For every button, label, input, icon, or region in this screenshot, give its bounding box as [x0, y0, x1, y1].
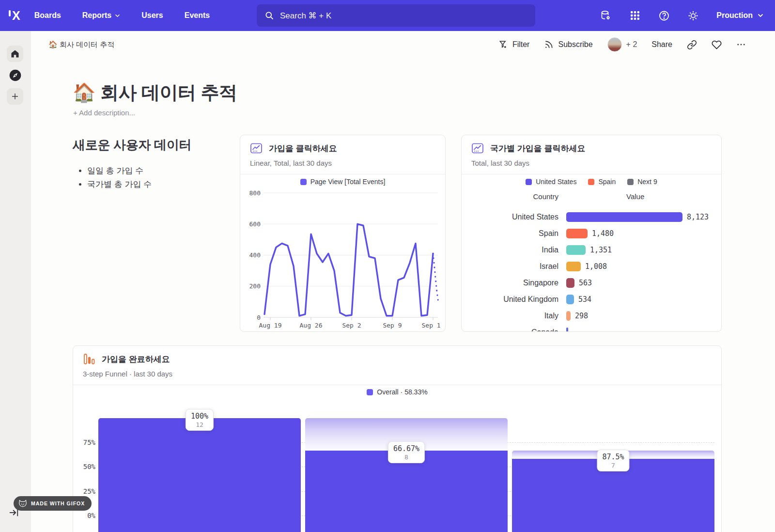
- plus-icon: [11, 92, 19, 101]
- subscribe-button[interactable]: Subscribe: [544, 40, 592, 49]
- nav-item-boards[interactable]: Boards: [34, 11, 61, 20]
- value-column-header: Value: [626, 192, 644, 201]
- country-value: 1,008: [585, 262, 607, 271]
- insights-report-icon: [471, 142, 484, 155]
- funnel-chart-card[interactable]: 가입을 완료하세요 3-step Funnel · last 30 days O…: [73, 345, 722, 532]
- country-row[interactable]: Italy298: [462, 308, 721, 324]
- project-name: Prouction: [716, 11, 753, 20]
- line-chart-legend: Page View [Total Events]: [240, 178, 445, 186]
- country-row[interactable]: Canada: [462, 324, 721, 332]
- country-name: Spain: [462, 229, 558, 238]
- country-row[interactable]: United Kingdom534: [462, 291, 721, 308]
- y-axis-label: 75%: [78, 438, 95, 446]
- country-row[interactable]: Spain1,480: [462, 225, 721, 242]
- board-actions: Filter Subscribe + 2 Share: [498, 37, 746, 52]
- page-title[interactable]: 🏠 회사 데이터 추적: [73, 80, 237, 105]
- legend-item[interactable]: Next 9: [627, 178, 657, 186]
- filter-button[interactable]: Filter: [498, 40, 530, 49]
- legend-item[interactable]: United States: [526, 178, 576, 186]
- legend-item[interactable]: Page View [Total Events]: [300, 178, 386, 186]
- nav-item-reports[interactable]: Reports: [82, 11, 120, 20]
- link-icon: [687, 40, 697, 50]
- legend-item[interactable]: Spain: [588, 178, 616, 186]
- country-name: Canada: [462, 328, 558, 332]
- text-card[interactable]: 새로운 사용자 데이터 일일 총 가입 수국가별 총 가입 수: [73, 137, 240, 191]
- country-value: 1,351: [590, 246, 612, 254]
- country-bar: [566, 295, 574, 304]
- country-row[interactable]: United States8,123: [462, 209, 721, 225]
- home-icon: [10, 49, 20, 59]
- home-button[interactable]: [7, 46, 23, 62]
- ellipsis-icon: [736, 40, 746, 49]
- filter-funnel-icon: [498, 40, 508, 49]
- logo-bar: [9, 10, 11, 16]
- step-count: 8: [393, 454, 419, 461]
- chevron-down-icon: [758, 14, 763, 17]
- bar-card-title: 국가별 가입을 클릭하세요: [490, 143, 585, 154]
- bullet-item: 국가별 총 가입 수: [87, 178, 240, 191]
- step-conversion-pct: 87.5%: [602, 453, 624, 461]
- country-name: Singapore: [462, 279, 558, 287]
- bar-chart-card[interactable]: 국가별 가입을 클릭하세요 Total, last 30 days United…: [461, 135, 722, 332]
- funnel-tooltip: 100%12: [186, 409, 214, 431]
- bar-table-headers: Country Value: [462, 192, 644, 201]
- bar-table-rows: United States8,123Spain1,480India1,351Is…: [462, 209, 721, 332]
- heart-icon: [712, 40, 722, 50]
- favorite-button[interactable]: [712, 40, 722, 50]
- funnel-card-subtitle: 3-step Funnel · last 30 days: [83, 370, 172, 378]
- line-card-subtitle: Linear, Total, last 30 days: [250, 159, 332, 167]
- country-bar: [566, 278, 574, 288]
- line-chart-card[interactable]: 가입을 클릭하세요 Linear, Total, last 30 days Pa…: [240, 135, 446, 332]
- svg-text:Sep 2: Sep 2: [342, 322, 361, 329]
- data-management-icon[interactable]: [600, 10, 612, 21]
- subscribe-label: Subscribe: [558, 40, 592, 49]
- country-value: 298: [575, 312, 588, 320]
- country-bar: [566, 212, 682, 222]
- left-sidebar: [0, 31, 31, 532]
- add-description-button[interactable]: + Add description...: [73, 109, 135, 117]
- share-button[interactable]: Share: [651, 40, 672, 49]
- nav-right-group: Prouction: [600, 0, 763, 31]
- legend-swatch: [300, 179, 307, 185]
- svg-text:Sep 9: Sep 9: [383, 322, 402, 329]
- legend-swatch: [627, 179, 634, 185]
- create-new-button[interactable]: [7, 88, 23, 105]
- gifox-badge[interactable]: MADE WITH GIFOX: [14, 496, 92, 511]
- funnel-step-bar[interactable]: 87.5%7: [512, 383, 714, 532]
- funnel-tooltip: 87.5%7: [597, 450, 629, 471]
- country-row[interactable]: India1,351: [462, 242, 721, 258]
- svg-text:800: 800: [249, 189, 261, 197]
- legend-swatch: [526, 179, 532, 185]
- country-value: 8,123: [687, 213, 709, 221]
- settings-gear-icon[interactable]: [687, 10, 699, 21]
- step-conversion-pct: 66.67%: [393, 444, 419, 453]
- country-row[interactable]: Israel1,008: [462, 258, 721, 275]
- svg-text:200: 200: [249, 282, 261, 290]
- breadcrumb[interactable]: 🏠 회사 데이터 추적: [48, 40, 114, 49]
- country-name: India: [462, 246, 558, 254]
- apps-grid-icon[interactable]: [629, 10, 641, 21]
- funnel-step-bar[interactable]: 100%12: [98, 383, 301, 532]
- step-count: 12: [191, 421, 208, 428]
- nav-item-users[interactable]: Users: [141, 11, 163, 20]
- discover-button[interactable]: [7, 67, 23, 83]
- funnel-step-bar[interactable]: 66.67%8: [305, 383, 508, 532]
- country-row[interactable]: Singapore563: [462, 275, 721, 291]
- copy-link-button[interactable]: [687, 40, 697, 50]
- line-card-title: 가입을 클릭하세요: [269, 143, 337, 154]
- board-header-bar: 🏠 회사 데이터 추적 Filter Subscribe + 2 Share: [31, 31, 775, 58]
- search-input[interactable]: Search ⌘ + K: [257, 4, 535, 27]
- svg-text:Aug 26: Aug 26: [300, 322, 323, 329]
- country-bar: [566, 328, 568, 332]
- help-icon[interactable]: [658, 10, 670, 21]
- country-name: United Kingdom: [462, 295, 558, 304]
- nav-item-events[interactable]: Events: [185, 11, 210, 20]
- mixpanel-logo-icon[interactable]: X: [9, 9, 20, 23]
- country-bar: [566, 262, 581, 271]
- project-selector[interactable]: Prouction: [716, 11, 763, 20]
- svg-text:Aug 19: Aug 19: [259, 322, 282, 329]
- search-placeholder: Search ⌘ + K: [280, 11, 331, 21]
- step-conversion-pct: 100%: [191, 412, 208, 421]
- collaborators[interactable]: + 2: [607, 37, 637, 52]
- more-options-button[interactable]: [736, 40, 746, 49]
